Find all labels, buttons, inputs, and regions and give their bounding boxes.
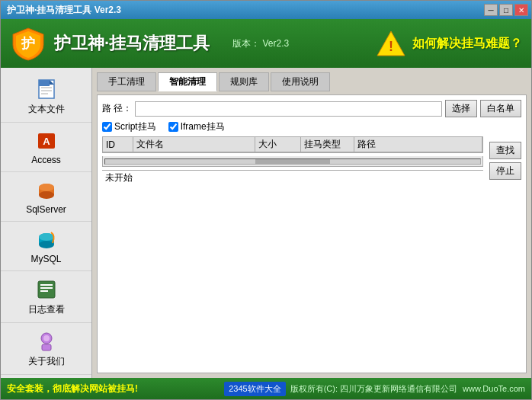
scrollbar-track[interactable] bbox=[104, 158, 481, 165]
right-buttons: 查找 停止 bbox=[486, 120, 521, 180]
checkbox-iframe-label[interactable]: Iframe挂马 bbox=[168, 120, 225, 133]
sidebar-item-log-view-label: 日志查看 bbox=[28, 303, 65, 316]
table-area: ID 文件名 大小 挂马类型 路径 www.DuoTe.com bbox=[102, 136, 483, 153]
status-bar: 未开始 bbox=[102, 170, 483, 185]
checkbox-iframe[interactable] bbox=[168, 122, 178, 132]
bottom-right-area: 2345软件大全 版权所有(C): 四川万象更新网络通信有限公司 www.Duo… bbox=[224, 382, 525, 396]
access-icon: A bbox=[34, 129, 59, 153]
svg-point-24 bbox=[43, 335, 50, 341]
bottom-left-text: 安全套装，彻底解决网站被挂马! bbox=[7, 382, 138, 395]
sidebar-item-access[interactable]: A Access bbox=[1, 123, 91, 172]
col-header-path: 路径 bbox=[354, 137, 482, 152]
path-input[interactable] bbox=[135, 101, 442, 117]
checkbox-row: Script挂马 Iframe挂马 bbox=[102, 120, 483, 133]
shield-icon: 护 bbox=[10, 25, 46, 62]
content-panel: 路 径： 选择 白名单 Script挂马 bbox=[97, 94, 527, 373]
svg-rect-4 bbox=[39, 80, 50, 86]
tab-rules[interactable]: 规则库 bbox=[219, 72, 269, 91]
svg-point-13 bbox=[39, 191, 54, 199]
col-header-size: 大小 bbox=[255, 137, 301, 152]
svg-rect-20 bbox=[40, 284, 53, 286]
header-banner: 护 护卫神·挂马清理工具 版本： Ver2.3 ! 如何解决挂马难题？ bbox=[1, 19, 531, 68]
select-button[interactable]: 选择 bbox=[445, 100, 477, 117]
about-icon bbox=[34, 329, 59, 354]
svg-point-14 bbox=[39, 184, 54, 191]
right-panel: 手工清理 智能清理 规则库 使用说明 路 径： 选择 白名单 bbox=[92, 68, 531, 378]
title-bar: 护卫神·挂马清理工具 Ver2.3 ─ □ ✕ bbox=[1, 1, 531, 19]
svg-point-18 bbox=[39, 233, 54, 241]
bottom-logo: 2345软件大全 bbox=[224, 382, 285, 396]
scrollbar-thumb[interactable] bbox=[255, 159, 330, 164]
header-right: ! 如何解决挂马难题？ bbox=[376, 28, 522, 59]
find-button[interactable]: 查找 bbox=[489, 142, 521, 159]
header-left: 护 护卫神·挂马清理工具 版本： Ver2.3 bbox=[10, 25, 289, 62]
main-content: 文本文件 A Access bbox=[1, 68, 531, 378]
sidebar-item-mysql-label: MySQL bbox=[30, 254, 61, 264]
col-header-filename: 文件名 bbox=[133, 137, 255, 152]
sidebar: 文本文件 A Access bbox=[1, 68, 92, 378]
maximize-button[interactable]: □ bbox=[499, 4, 513, 16]
sidebar-item-access-label: Access bbox=[31, 155, 61, 165]
sqlserver-icon bbox=[34, 178, 59, 203]
svg-text:护: 护 bbox=[21, 35, 35, 51]
minimize-button[interactable]: ─ bbox=[484, 4, 498, 16]
warning-icon: ! bbox=[376, 28, 406, 59]
svg-text:!: ! bbox=[389, 39, 393, 54]
sidebar-item-log-view[interactable]: 日志查看 bbox=[1, 271, 91, 323]
tab-manual[interactable]: 手工清理 bbox=[97, 72, 156, 91]
table-header: ID 文件名 大小 挂马类型 路径 bbox=[103, 137, 482, 152]
main-window: 护卫神·挂马清理工具 Ver2.3 ─ □ ✕ 护 护卫神·挂马清理工具 版本：… bbox=[0, 0, 532, 400]
svg-rect-19 bbox=[38, 281, 55, 298]
horizontal-scrollbar[interactable] bbox=[102, 156, 483, 167]
tab-bar: 手工清理 智能清理 规则库 使用说明 bbox=[97, 72, 527, 91]
header-warning-text: 如何解决挂马难题？ bbox=[412, 36, 522, 52]
sidebar-item-sqlserver[interactable]: SqlServer bbox=[1, 172, 91, 222]
svg-rect-21 bbox=[40, 287, 53, 289]
sidebar-item-text-file[interactable]: 文本文件 bbox=[1, 71, 91, 123]
sidebar-item-sqlserver-label: SqlServer bbox=[26, 204, 66, 215]
checkbox-script[interactable] bbox=[102, 122, 112, 132]
whitelist-button[interactable]: 白名单 bbox=[480, 100, 521, 117]
bottom-copyright: 版权所有(C): 四川万象更新网络通信有限公司 www.DuoTe.com bbox=[290, 383, 525, 395]
sidebar-item-text-file-label: 文本文件 bbox=[28, 103, 65, 116]
header-version: 版本： Ver2.3 bbox=[232, 37, 289, 50]
mysql-icon bbox=[34, 228, 59, 252]
tab-smart[interactable]: 智能清理 bbox=[158, 72, 217, 91]
close-button[interactable]: ✕ bbox=[514, 4, 528, 16]
header-title: 护卫神·挂马清理工具 bbox=[54, 32, 210, 55]
stop-button[interactable]: 停止 bbox=[489, 162, 521, 180]
svg-rect-25 bbox=[42, 344, 51, 350]
checkbox-script-label[interactable]: Script挂马 bbox=[102, 120, 156, 133]
sidebar-item-about-label: 关于我们 bbox=[28, 355, 65, 368]
text-file-icon bbox=[34, 77, 59, 101]
path-label: 路 径： bbox=[102, 102, 132, 115]
window-title: 护卫神·挂马清理工具 Ver2.3 bbox=[4, 4, 121, 17]
col-header-type: 挂马类型 bbox=[301, 137, 354, 152]
bottom-bar: 安全套装，彻底解决网站被挂马! 2345软件大全 版权所有(C): 四川万象更新… bbox=[1, 378, 531, 399]
tab-usage[interactable]: 使用说明 bbox=[271, 72, 330, 91]
status-text: 未开始 bbox=[105, 171, 133, 184]
svg-point-17 bbox=[39, 241, 54, 248]
sidebar-item-about[interactable]: 关于我们 bbox=[1, 323, 91, 375]
col-header-id: ID bbox=[103, 137, 133, 152]
svg-rect-22 bbox=[40, 290, 48, 292]
path-row: 路 径： 选择 白名单 bbox=[102, 100, 521, 117]
svg-text:A: A bbox=[43, 136, 50, 147]
sidebar-item-mysql[interactable]: MySQL bbox=[1, 222, 91, 271]
log-view-icon bbox=[34, 277, 59, 302]
window-controls: ─ □ ✕ bbox=[484, 4, 528, 16]
